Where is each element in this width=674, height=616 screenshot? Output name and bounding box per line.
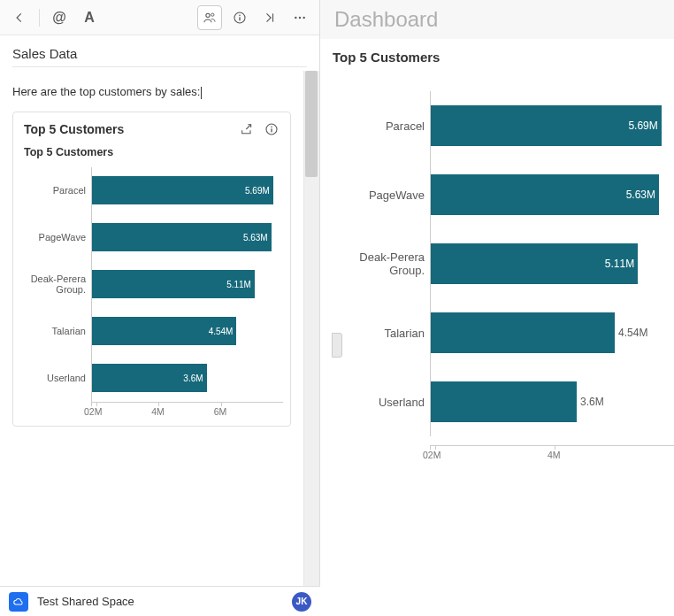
bar-row: Userland3.6M xyxy=(20,355,283,402)
dashboard-chart-title: Top 5 Customers xyxy=(333,50,674,65)
dashboard-panel: Dashboard Top 5 Customers Paracel5.69MPa… xyxy=(320,0,674,616)
text-cursor xyxy=(201,87,202,99)
bar-value-label: 5.69M xyxy=(628,119,657,132)
bar-row: Talarian4.54M xyxy=(333,298,674,367)
mention-button[interactable]: @ xyxy=(47,5,72,30)
bar-row: Deak-Perera Group.5.11M xyxy=(20,261,283,308)
user-avatar[interactable]: JK xyxy=(292,592,311,612)
people-icon xyxy=(203,11,217,25)
bar[interactable]: 5.69M xyxy=(92,176,273,204)
small-chart: Paracel5.69MPageWave5.63MDeak-Perera Gro… xyxy=(13,164,290,426)
bar-track: 5.11M xyxy=(430,229,674,298)
bar-row: Talarian4.54M xyxy=(20,308,283,355)
bar-category-label: Talarian xyxy=(20,326,91,336)
bar[interactable]: 5.11M xyxy=(431,243,638,285)
export-icon xyxy=(240,122,254,136)
more-button[interactable] xyxy=(287,5,312,30)
back-button[interactable] xyxy=(7,5,32,30)
bar-track: 5.63M xyxy=(430,160,674,229)
space-name[interactable]: Test Shared Space xyxy=(37,595,283,608)
dashboard-title: Dashboard xyxy=(320,0,674,39)
bar-category-label: Deak-Perera Group. xyxy=(20,273,91,295)
bar-track: 3.6M xyxy=(430,367,674,436)
x-tick: 6M xyxy=(221,406,283,417)
svg-point-6 xyxy=(299,16,301,18)
x-tick: 4M xyxy=(555,450,674,460)
card-title: Top 5 Customers xyxy=(24,122,239,136)
bar-row: Deak-Perera Group.5.11M xyxy=(333,229,674,298)
at-icon: @ xyxy=(52,10,66,26)
chart-card: Top 5 Customers Top 5 Customers Par xyxy=(12,112,291,427)
bar-track: 4.54M xyxy=(91,308,283,355)
bar[interactable]: 3.6M xyxy=(92,364,207,392)
svg-point-7 xyxy=(303,16,304,18)
export-button[interactable] xyxy=(239,121,255,137)
bar-category-label: Userland xyxy=(20,373,91,383)
info-button[interactable] xyxy=(227,5,252,30)
svg-point-5 xyxy=(295,16,296,18)
toolbar: @ A xyxy=(0,0,319,35)
svg-rect-4 xyxy=(239,17,240,20)
text-a-icon: A xyxy=(84,10,95,26)
share-users-button[interactable] xyxy=(197,5,222,30)
bar[interactable]: 5.69M xyxy=(431,105,662,147)
bar-row: Userland3.6M xyxy=(333,367,674,436)
bar-track: 5.69M xyxy=(430,91,674,160)
svg-rect-10 xyxy=(271,128,272,132)
bar[interactable]: 5.63M xyxy=(431,174,659,216)
bar-row: Paracel5.69M xyxy=(333,91,674,160)
svg-point-0 xyxy=(206,13,210,17)
text-format-button[interactable]: A xyxy=(77,5,102,30)
bar-track: 5.11M xyxy=(91,261,283,308)
scrollbar-track[interactable] xyxy=(303,71,319,586)
bar-track: 5.63M xyxy=(91,214,283,261)
ellipsis-icon xyxy=(293,11,307,25)
bar[interactable]: 3.6M xyxy=(431,381,577,423)
space-icon[interactable] xyxy=(9,592,28,612)
bar[interactable]: 5.11M xyxy=(92,270,255,298)
cloud-icon xyxy=(12,596,25,608)
bar[interactable]: 5.63M xyxy=(92,223,272,251)
bar[interactable]: 4.54M xyxy=(92,317,236,345)
card-subtitle: Top 5 Customers xyxy=(13,146,290,164)
bar-category-label: Paracel xyxy=(333,119,430,133)
note-text-content: Here are the top customers by sales: xyxy=(12,85,200,98)
bar-value-label: 4.54M xyxy=(618,327,647,339)
scrollbar-thumb[interactable] xyxy=(305,71,318,177)
bar-track: 3.6M xyxy=(91,355,283,402)
bar-category-label: Paracel xyxy=(20,185,91,196)
bar-row: Paracel5.69M xyxy=(20,167,283,214)
go-end-icon xyxy=(264,12,276,24)
chevron-left-icon xyxy=(13,12,26,24)
x-tick: 2M xyxy=(96,406,158,417)
bar[interactable]: 4.54M xyxy=(431,312,615,354)
bar-value-label: 5.11M xyxy=(605,258,634,270)
bar-category-label: Talarian xyxy=(333,327,430,340)
x-tick: 4M xyxy=(158,406,220,417)
bar-row: PageWave5.63M xyxy=(20,214,283,261)
editor-panel: @ A Sales Data xyxy=(0,0,320,616)
info-icon xyxy=(264,122,279,136)
x-tick: 2M xyxy=(435,450,555,460)
footer-bar: Test Shared Space JK xyxy=(0,586,320,616)
bar-category-label: PageWave xyxy=(20,232,91,243)
bar-track: 4.54M xyxy=(430,298,674,367)
card-info-button[interactable] xyxy=(264,121,280,137)
bar-track: 5.69M xyxy=(91,167,283,214)
separator xyxy=(39,9,40,27)
bar-value-label: 3.6M xyxy=(183,373,203,383)
bar-value-label: 4.54M xyxy=(209,327,234,336)
card-header: Top 5 Customers xyxy=(13,112,290,146)
dashboard-chart-card: Top 5 Customers Paracel5.69MPageWave5.63… xyxy=(333,50,674,616)
bar-value-label: 5.63M xyxy=(626,189,655,201)
svg-point-1 xyxy=(211,13,214,16)
bar-value-label: 3.6M xyxy=(580,396,604,408)
editor-content[interactable]: Here are the top customers by sales: Top… xyxy=(0,76,303,616)
bar-category-label: Userland xyxy=(333,396,430,409)
bar-value-label: 5.63M xyxy=(243,233,268,243)
svg-point-9 xyxy=(271,126,272,127)
go-end-button[interactable] xyxy=(257,5,282,30)
info-icon xyxy=(233,11,247,25)
note-text[interactable]: Here are the top customers by sales: xyxy=(12,85,291,99)
section-title: Sales Data xyxy=(12,46,307,67)
